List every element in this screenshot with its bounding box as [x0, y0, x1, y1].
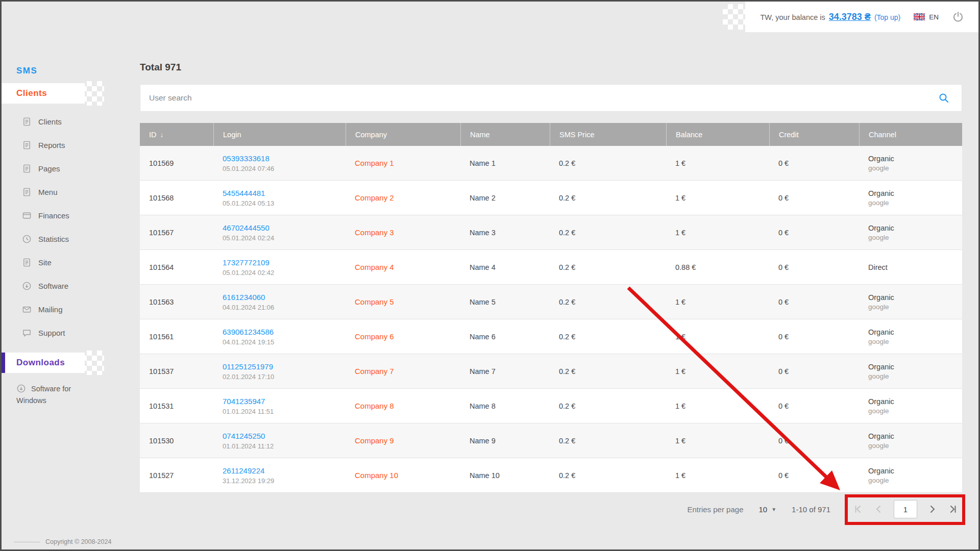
cell-company: Company 7: [346, 354, 460, 388]
sidebar-item-label: Support: [38, 329, 65, 337]
cell-credit: 0 €: [769, 354, 859, 388]
cell-id: 101567: [140, 215, 213, 249]
pagination-controls: 1: [853, 500, 958, 518]
company-link[interactable]: Company 9: [355, 436, 460, 445]
table-row: 101567 46702444550 05.01.2024 02:24 Comp…: [140, 215, 962, 250]
sidebar-item-statistics[interactable]: Statistics: [2, 227, 129, 251]
cell-login: 0741245250 01.01.2024 11:12: [213, 423, 346, 458]
cell-sms-price: 0.2 €: [550, 354, 666, 388]
login-link[interactable]: 7041235947: [223, 397, 346, 406]
cell-balance: 1 €: [666, 354, 769, 388]
channel-main: Organic: [868, 467, 962, 475]
cell-id: 101537: [140, 354, 213, 388]
cell-name: Name 6: [460, 319, 550, 354]
table-row: 101537 011251251979 02.01.2024 17:10 Com…: [140, 354, 962, 389]
cell-sms-price: 0.2 €: [550, 458, 666, 492]
login-link[interactable]: 6161234060: [223, 293, 346, 302]
login-link[interactable]: 011251251979: [223, 362, 346, 371]
company-link[interactable]: Company 8: [355, 402, 460, 410]
entries-per-page-value: 10: [759, 505, 768, 514]
column-header-channel[interactable]: Channel: [859, 123, 962, 146]
search-icon[interactable]: [938, 92, 949, 106]
card-icon: [22, 211, 32, 220]
company-link[interactable]: Company 1: [355, 159, 460, 167]
cell-channel: Direct: [859, 250, 962, 284]
sidebar-item-software-for-windows[interactable]: Software for Windows: [16, 383, 94, 406]
company-link[interactable]: Company 3: [355, 228, 460, 237]
cell-login: 639061234586 04.01.2024 19:15: [213, 319, 346, 354]
column-header-credit[interactable]: Credit: [769, 123, 859, 146]
sidebar-item-finances[interactable]: Finances: [2, 204, 129, 227]
cell-name: Name 3: [460, 215, 550, 249]
sidebar-item-clients[interactable]: Clients: [2, 110, 129, 133]
login-link[interactable]: 0741245250: [223, 432, 346, 440]
document-icon: [22, 140, 32, 150]
cell-name: Name 1: [460, 146, 550, 180]
channel-main: Organic: [868, 397, 962, 406]
company-link[interactable]: Company 7: [355, 367, 460, 375]
table-footer: Entries per page 10 ▼ 1-10 of 971 1: [140, 493, 962, 525]
channel-sub: google: [868, 442, 962, 449]
cell-company: Company 6: [346, 319, 460, 354]
sidebar-item-label: Software: [38, 282, 68, 290]
login-link[interactable]: 17327772109: [223, 258, 346, 267]
first-page-button[interactable]: [853, 504, 863, 514]
login-link[interactable]: 46702444550: [223, 223, 346, 232]
sidebar-item-menu[interactable]: Menu: [2, 180, 129, 204]
company-link[interactable]: Company 5: [355, 297, 460, 306]
company-link[interactable]: Company 4: [355, 263, 460, 271]
column-header-balance[interactable]: Balance: [666, 123, 769, 146]
company-link[interactable]: Company 6: [355, 332, 460, 341]
company-link[interactable]: Company 2: [355, 193, 460, 202]
company-link[interactable]: Company 10: [355, 471, 460, 480]
login-date: 05.01.2024 02:24: [223, 234, 346, 242]
channel-main: Organic: [868, 328, 962, 336]
channel-main: Organic: [868, 432, 962, 440]
channel-main: Organic: [868, 224, 962, 232]
sidebar-item-pages[interactable]: Pages: [2, 157, 129, 180]
checker-decoration: [82, 81, 104, 106]
login-link[interactable]: 05393333618: [223, 154, 346, 163]
sidebar-section-clients[interactable]: Clients: [2, 83, 85, 104]
search-input[interactable]: [140, 85, 962, 111]
column-header-company[interactable]: Company: [346, 123, 460, 146]
sidebar-item-mailing[interactable]: Mailing: [2, 297, 129, 321]
login-link[interactable]: 5455444481: [223, 189, 346, 197]
sidebar-section-sms[interactable]: SMS: [16, 66, 37, 76]
entries-per-page-select[interactable]: 10 ▼: [759, 505, 777, 514]
column-header-login[interactable]: Login: [213, 123, 346, 146]
cell-login: 6161234060 04.01.2024 21:06: [213, 285, 346, 319]
cell-sms-price: 0.2 €: [550, 215, 666, 249]
previous-page-button[interactable]: [873, 504, 884, 514]
column-header-name[interactable]: Name: [460, 123, 550, 146]
sidebar-item-label: Site: [38, 258, 52, 267]
cell-name: Name 10: [460, 458, 550, 492]
cell-credit: 0 €: [769, 250, 859, 284]
sidebar-item-support[interactable]: Support: [2, 321, 129, 344]
sidebar-item-software[interactable]: Software: [2, 274, 129, 297]
table-header: ID ↓ Login Company Name SMS Price Balanc…: [140, 123, 962, 146]
column-header-sms-price[interactable]: SMS Price: [550, 123, 666, 146]
sidebar-section-downloads[interactable]: Downloads: [2, 353, 85, 373]
cell-company: Company 5: [346, 285, 460, 319]
table-row: 101561 639061234586 04.01.2024 19:15 Com…: [140, 319, 962, 354]
cell-balance: 1 €: [666, 389, 769, 423]
cell-sms-price: 0.2 €: [550, 250, 666, 284]
next-page-button[interactable]: [927, 504, 938, 514]
login-link[interactable]: 2611249224: [223, 466, 346, 475]
sidebar-item-label: Clients: [38, 117, 62, 126]
sidebar-item-reports[interactable]: Reports: [2, 133, 129, 157]
table-row: 101563 6161234060 04.01.2024 21:06 Compa…: [140, 285, 962, 319]
channel-sub: google: [868, 199, 962, 207]
channel-main: Organic: [868, 293, 962, 302]
cell-balance: 1 €: [666, 285, 769, 319]
last-page-button[interactable]: [948, 504, 958, 514]
current-page-input[interactable]: 1: [894, 500, 917, 518]
sidebar-item-site[interactable]: Site: [2, 251, 129, 274]
column-header-id[interactable]: ID ↓: [140, 123, 213, 146]
envelope-icon: [22, 305, 32, 314]
download-icon: [16, 384, 26, 393]
cell-channel: Organic google: [859, 215, 962, 249]
cell-sms-price: 0.2 €: [550, 389, 666, 423]
login-link[interactable]: 639061234586: [223, 328, 346, 336]
